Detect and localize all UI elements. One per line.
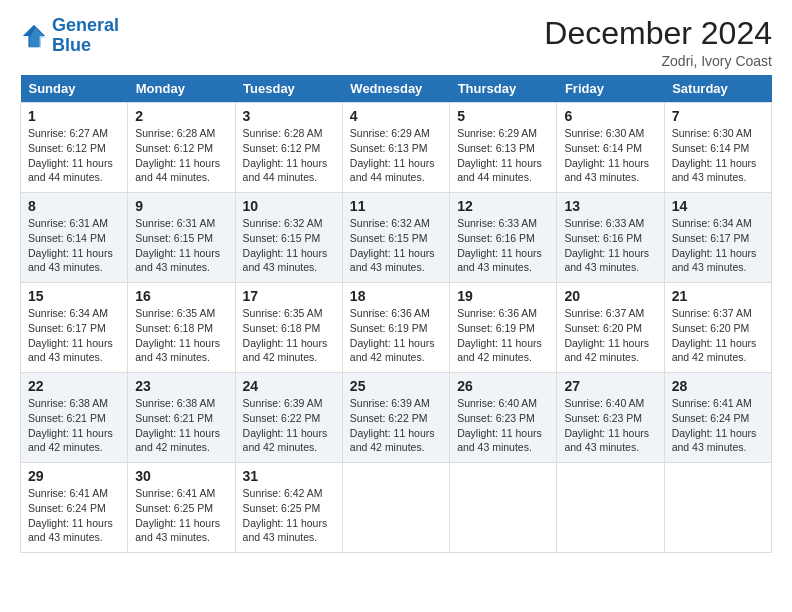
day-number: 23 xyxy=(135,378,227,394)
calendar-cell: 25 Sunrise: 6:39 AM Sunset: 6:22 PM Dayl… xyxy=(342,373,449,463)
day-detail: Sunrise: 6:39 AM Sunset: 6:22 PM Dayligh… xyxy=(350,397,435,453)
day-number: 8 xyxy=(28,198,120,214)
calendar-cell: 12 Sunrise: 6:33 AM Sunset: 6:16 PM Dayl… xyxy=(450,193,557,283)
calendar-table: SundayMondayTuesdayWednesdayThursdayFrid… xyxy=(20,75,772,553)
day-number: 12 xyxy=(457,198,549,214)
weekday-header-thursday: Thursday xyxy=(450,75,557,103)
day-detail: Sunrise: 6:27 AM Sunset: 6:12 PM Dayligh… xyxy=(28,127,113,183)
day-number: 5 xyxy=(457,108,549,124)
calendar-week-row: 22 Sunrise: 6:38 AM Sunset: 6:21 PM Dayl… xyxy=(21,373,772,463)
day-detail: Sunrise: 6:28 AM Sunset: 6:12 PM Dayligh… xyxy=(243,127,328,183)
calendar-cell: 4 Sunrise: 6:29 AM Sunset: 6:13 PM Dayli… xyxy=(342,103,449,193)
day-detail: Sunrise: 6:30 AM Sunset: 6:14 PM Dayligh… xyxy=(564,127,649,183)
weekday-header-tuesday: Tuesday xyxy=(235,75,342,103)
day-detail: Sunrise: 6:37 AM Sunset: 6:20 PM Dayligh… xyxy=(564,307,649,363)
day-detail: Sunrise: 6:37 AM Sunset: 6:20 PM Dayligh… xyxy=(672,307,757,363)
weekday-header-monday: Monday xyxy=(128,75,235,103)
calendar-cell: 6 Sunrise: 6:30 AM Sunset: 6:14 PM Dayli… xyxy=(557,103,664,193)
logo-icon xyxy=(20,22,48,50)
calendar-cell: 22 Sunrise: 6:38 AM Sunset: 6:21 PM Dayl… xyxy=(21,373,128,463)
logo: General Blue xyxy=(20,16,119,56)
calendar-week-row: 8 Sunrise: 6:31 AM Sunset: 6:14 PM Dayli… xyxy=(21,193,772,283)
calendar-cell: 20 Sunrise: 6:37 AM Sunset: 6:20 PM Dayl… xyxy=(557,283,664,373)
calendar-cell: 29 Sunrise: 6:41 AM Sunset: 6:24 PM Dayl… xyxy=(21,463,128,553)
day-number: 15 xyxy=(28,288,120,304)
location-subtitle: Zodri, Ivory Coast xyxy=(544,53,772,69)
day-number: 22 xyxy=(28,378,120,394)
calendar-cell: 2 Sunrise: 6:28 AM Sunset: 6:12 PM Dayli… xyxy=(128,103,235,193)
calendar-week-row: 29 Sunrise: 6:41 AM Sunset: 6:24 PM Dayl… xyxy=(21,463,772,553)
calendar-cell xyxy=(557,463,664,553)
day-number: 9 xyxy=(135,198,227,214)
day-detail: Sunrise: 6:42 AM Sunset: 6:25 PM Dayligh… xyxy=(243,487,328,543)
calendar-cell: 30 Sunrise: 6:41 AM Sunset: 6:25 PM Dayl… xyxy=(128,463,235,553)
calendar-cell: 11 Sunrise: 6:32 AM Sunset: 6:15 PM Dayl… xyxy=(342,193,449,283)
day-detail: Sunrise: 6:29 AM Sunset: 6:13 PM Dayligh… xyxy=(457,127,542,183)
day-number: 27 xyxy=(564,378,656,394)
day-number: 31 xyxy=(243,468,335,484)
day-number: 25 xyxy=(350,378,442,394)
day-number: 30 xyxy=(135,468,227,484)
calendar-cell: 31 Sunrise: 6:42 AM Sunset: 6:25 PM Dayl… xyxy=(235,463,342,553)
calendar-cell: 19 Sunrise: 6:36 AM Sunset: 6:19 PM Dayl… xyxy=(450,283,557,373)
day-number: 20 xyxy=(564,288,656,304)
day-number: 3 xyxy=(243,108,335,124)
day-number: 14 xyxy=(672,198,764,214)
day-number: 19 xyxy=(457,288,549,304)
day-detail: Sunrise: 6:34 AM Sunset: 6:17 PM Dayligh… xyxy=(672,217,757,273)
day-detail: Sunrise: 6:40 AM Sunset: 6:23 PM Dayligh… xyxy=(457,397,542,453)
day-detail: Sunrise: 6:32 AM Sunset: 6:15 PM Dayligh… xyxy=(350,217,435,273)
day-detail: Sunrise: 6:30 AM Sunset: 6:14 PM Dayligh… xyxy=(672,127,757,183)
day-number: 28 xyxy=(672,378,764,394)
calendar-cell: 9 Sunrise: 6:31 AM Sunset: 6:15 PM Dayli… xyxy=(128,193,235,283)
weekday-header-saturday: Saturday xyxy=(664,75,771,103)
day-detail: Sunrise: 6:38 AM Sunset: 6:21 PM Dayligh… xyxy=(28,397,113,453)
day-detail: Sunrise: 6:39 AM Sunset: 6:22 PM Dayligh… xyxy=(243,397,328,453)
day-detail: Sunrise: 6:41 AM Sunset: 6:25 PM Dayligh… xyxy=(135,487,220,543)
day-detail: Sunrise: 6:36 AM Sunset: 6:19 PM Dayligh… xyxy=(350,307,435,363)
weekday-header-row: SundayMondayTuesdayWednesdayThursdayFrid… xyxy=(21,75,772,103)
day-number: 16 xyxy=(135,288,227,304)
day-number: 17 xyxy=(243,288,335,304)
day-detail: Sunrise: 6:29 AM Sunset: 6:13 PM Dayligh… xyxy=(350,127,435,183)
calendar-cell: 5 Sunrise: 6:29 AM Sunset: 6:13 PM Dayli… xyxy=(450,103,557,193)
calendar-cell: 17 Sunrise: 6:35 AM Sunset: 6:18 PM Dayl… xyxy=(235,283,342,373)
calendar-cell: 3 Sunrise: 6:28 AM Sunset: 6:12 PM Dayli… xyxy=(235,103,342,193)
day-detail: Sunrise: 6:36 AM Sunset: 6:19 PM Dayligh… xyxy=(457,307,542,363)
day-detail: Sunrise: 6:31 AM Sunset: 6:14 PM Dayligh… xyxy=(28,217,113,273)
title-block: December 2024 Zodri, Ivory Coast xyxy=(544,16,772,69)
day-number: 26 xyxy=(457,378,549,394)
day-detail: Sunrise: 6:35 AM Sunset: 6:18 PM Dayligh… xyxy=(135,307,220,363)
calendar-cell xyxy=(664,463,771,553)
day-detail: Sunrise: 6:34 AM Sunset: 6:17 PM Dayligh… xyxy=(28,307,113,363)
day-number: 10 xyxy=(243,198,335,214)
page-header: General Blue December 2024 Zodri, Ivory … xyxy=(20,16,772,69)
calendar-cell: 26 Sunrise: 6:40 AM Sunset: 6:23 PM Dayl… xyxy=(450,373,557,463)
calendar-cell: 15 Sunrise: 6:34 AM Sunset: 6:17 PM Dayl… xyxy=(21,283,128,373)
day-number: 6 xyxy=(564,108,656,124)
calendar-cell: 7 Sunrise: 6:30 AM Sunset: 6:14 PM Dayli… xyxy=(664,103,771,193)
weekday-header-wednesday: Wednesday xyxy=(342,75,449,103)
weekday-header-sunday: Sunday xyxy=(21,75,128,103)
day-number: 1 xyxy=(28,108,120,124)
day-number: 29 xyxy=(28,468,120,484)
calendar-cell: 13 Sunrise: 6:33 AM Sunset: 6:16 PM Dayl… xyxy=(557,193,664,283)
day-detail: Sunrise: 6:41 AM Sunset: 6:24 PM Dayligh… xyxy=(28,487,113,543)
calendar-cell: 18 Sunrise: 6:36 AM Sunset: 6:19 PM Dayl… xyxy=(342,283,449,373)
calendar-cell: 1 Sunrise: 6:27 AM Sunset: 6:12 PM Dayli… xyxy=(21,103,128,193)
day-number: 2 xyxy=(135,108,227,124)
day-number: 18 xyxy=(350,288,442,304)
calendar-cell: 28 Sunrise: 6:41 AM Sunset: 6:24 PM Dayl… xyxy=(664,373,771,463)
day-number: 7 xyxy=(672,108,764,124)
calendar-cell: 21 Sunrise: 6:37 AM Sunset: 6:20 PM Dayl… xyxy=(664,283,771,373)
calendar-cell: 14 Sunrise: 6:34 AM Sunset: 6:17 PM Dayl… xyxy=(664,193,771,283)
day-detail: Sunrise: 6:38 AM Sunset: 6:21 PM Dayligh… xyxy=(135,397,220,453)
calendar-cell: 8 Sunrise: 6:31 AM Sunset: 6:14 PM Dayli… xyxy=(21,193,128,283)
calendar-cell: 27 Sunrise: 6:40 AM Sunset: 6:23 PM Dayl… xyxy=(557,373,664,463)
day-detail: Sunrise: 6:32 AM Sunset: 6:15 PM Dayligh… xyxy=(243,217,328,273)
calendar-cell xyxy=(450,463,557,553)
day-detail: Sunrise: 6:41 AM Sunset: 6:24 PM Dayligh… xyxy=(672,397,757,453)
calendar-cell xyxy=(342,463,449,553)
calendar-week-row: 15 Sunrise: 6:34 AM Sunset: 6:17 PM Dayl… xyxy=(21,283,772,373)
calendar-week-row: 1 Sunrise: 6:27 AM Sunset: 6:12 PM Dayli… xyxy=(21,103,772,193)
